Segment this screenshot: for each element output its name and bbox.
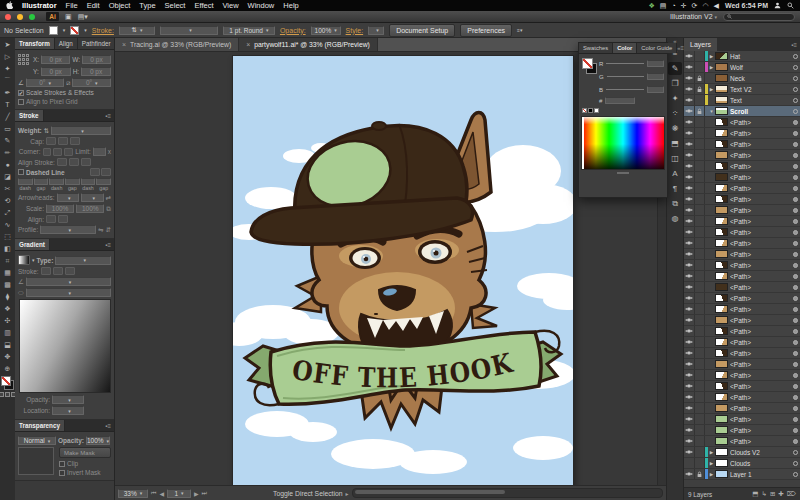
user-icon[interactable]	[774, 2, 781, 10]
visibility-toggle[interactable]	[684, 62, 695, 72]
preferences-button[interactable]: Preferences	[460, 24, 512, 37]
lock-toggle[interactable]	[695, 414, 705, 424]
layer-name[interactable]: <Path>	[730, 295, 791, 302]
clipping-mask-icon[interactable]: ⬒	[752, 490, 758, 498]
arrowhead-end-dropdown[interactable]	[81, 193, 104, 202]
visibility-toggle[interactable]	[684, 260, 695, 270]
arrow-end-button[interactable]	[58, 215, 68, 223]
layer-name[interactable]: <Path>	[730, 218, 791, 225]
visibility-toggle[interactable]	[684, 106, 695, 116]
channel-value-field[interactable]	[647, 86, 664, 93]
target-icon[interactable]	[791, 98, 800, 103]
tab-transform[interactable]: Transform	[15, 38, 55, 49]
white-swatch[interactable]	[594, 108, 599, 113]
target-icon[interactable]	[791, 307, 800, 312]
new-sublayer-icon[interactable]: ↳	[761, 490, 766, 498]
lock-toggle[interactable]	[695, 117, 705, 127]
visibility-toggle[interactable]	[684, 315, 695, 325]
fill-color-proxy[interactable]	[582, 58, 593, 69]
lock-toggle[interactable]	[695, 315, 705, 325]
target-icon[interactable]	[791, 329, 800, 334]
brushes-panel-icon[interactable]: ✎	[668, 62, 682, 75]
mesh-tool[interactable]: ▦	[0, 266, 15, 278]
target-icon[interactable]	[791, 450, 800, 455]
menu-edit[interactable]: Edit	[87, 1, 100, 10]
butt-cap-button[interactable]	[46, 137, 56, 145]
none-swatch[interactable]	[582, 108, 587, 113]
target-icon[interactable]	[791, 219, 800, 224]
visibility-toggle[interactable]	[684, 359, 695, 369]
symbols-panel-icon[interactable]: ◫	[668, 152, 682, 165]
preserve-dash-button[interactable]	[90, 168, 100, 176]
layer-name[interactable]: <Path>	[730, 317, 791, 324]
tab-pathfinder[interactable]: Pathfinder	[78, 38, 115, 49]
target-icon[interactable]	[791, 241, 800, 246]
target-icon[interactable]	[791, 428, 800, 433]
paintbrush-tool[interactable]: ✎	[0, 134, 15, 146]
close-tab-icon[interactable]: ×	[246, 41, 250, 48]
align-center-button[interactable]	[57, 158, 67, 166]
layer-name[interactable]: Hat	[730, 53, 791, 60]
paragraph-panel-icon[interactable]: ¶	[668, 182, 682, 195]
projecting-cap-button[interactable]	[70, 137, 80, 145]
lasso-tool[interactable]: ⌒	[0, 74, 15, 86]
lock-toggle[interactable]	[695, 326, 705, 336]
gradient-opacity-field[interactable]	[52, 395, 84, 404]
links-panel-icon[interactable]: ⧉	[668, 197, 682, 210]
first-artboard-icon[interactable]: ⏮	[151, 490, 156, 497]
path-row[interactable]: <Path>	[684, 128, 800, 139]
expand-arrow[interactable]: ▶	[708, 87, 715, 92]
path-row[interactable]: <Path>	[684, 436, 800, 447]
menu-object[interactable]: Object	[109, 1, 131, 10]
layer-name[interactable]: <Path>	[730, 372, 791, 379]
layer-row-clouds[interactable]: ▶Clouds	[684, 458, 800, 469]
lock-toggle[interactable]	[695, 436, 705, 446]
menu-clock[interactable]: Wed 6:54 PM	[725, 2, 768, 9]
visibility-toggle[interactable]	[684, 95, 695, 105]
visibility-toggle[interactable]	[684, 392, 695, 402]
target-icon[interactable]	[791, 153, 800, 158]
expand-arrow[interactable]: ▼	[708, 109, 715, 114]
selection-tool[interactable]: ➤	[0, 38, 15, 50]
weight-field[interactable]	[51, 126, 111, 135]
target-icon[interactable]	[791, 197, 800, 202]
layer-name[interactable]: <Path>	[730, 185, 791, 192]
lock-toggle[interactable]	[695, 293, 705, 303]
tab-color[interactable]: Color	[613, 43, 637, 53]
reference-point-locator[interactable]	[18, 54, 29, 65]
target-icon[interactable]	[791, 131, 800, 136]
layer-name[interactable]: <Path>	[730, 163, 791, 170]
document-tab-0[interactable]: ×Tracing.ai @ 33% (RGB/Preview)	[115, 38, 239, 51]
layer-name[interactable]: <Path>	[730, 284, 791, 291]
lock-toggle[interactable]	[695, 359, 705, 369]
align-menu-icon[interactable]: ≡▾	[517, 27, 522, 33]
visibility-toggle[interactable]	[684, 469, 695, 479]
add-icon[interactable]: ✚	[778, 490, 783, 498]
artboard-tool[interactable]: ⬓	[0, 338, 15, 350]
layer-name[interactable]: <Path>	[730, 306, 791, 313]
appearance-panel-icon[interactable]: ❋	[668, 122, 682, 135]
toolbox-fill-swatch[interactable]	[1, 376, 11, 386]
layer-name[interactable]: Text V2	[730, 86, 791, 93]
lock-toggle[interactable]	[695, 260, 705, 270]
bevel-join-button[interactable]	[64, 148, 73, 156]
menu-window[interactable]: Window	[248, 1, 275, 10]
path-row[interactable]: <Path>	[684, 348, 800, 359]
visibility-toggle[interactable]	[684, 128, 695, 138]
gradient-slider[interactable]	[19, 299, 111, 393]
layer-name[interactable]: Clouds V2	[730, 449, 791, 456]
path-row[interactable]: <Path>	[684, 161, 800, 172]
lock-toggle[interactable]	[695, 84, 705, 94]
path-row[interactable]: <Path>	[684, 370, 800, 381]
pattern-panel-icon[interactable]: ⁘	[668, 107, 682, 120]
document-tab-1[interactable]: ×partywolf11.ai* @ 33% (RGB/Preview)	[239, 38, 378, 51]
visibility-toggle[interactable]	[684, 194, 695, 204]
rectangle-tool[interactable]: ▭	[0, 122, 15, 134]
layer-name[interactable]: Layer 1	[730, 471, 791, 478]
path-row[interactable]: <Path>	[684, 326, 800, 337]
pathfinder-panel-icon[interactable]: ⬒	[668, 137, 682, 150]
status-menu-icon[interactable]: ▸	[346, 490, 349, 497]
layer-name[interactable]: <Path>	[730, 240, 791, 247]
path-row[interactable]: <Path>	[684, 293, 800, 304]
layer-row-scroll[interactable]: ▼Scroll	[684, 106, 800, 117]
